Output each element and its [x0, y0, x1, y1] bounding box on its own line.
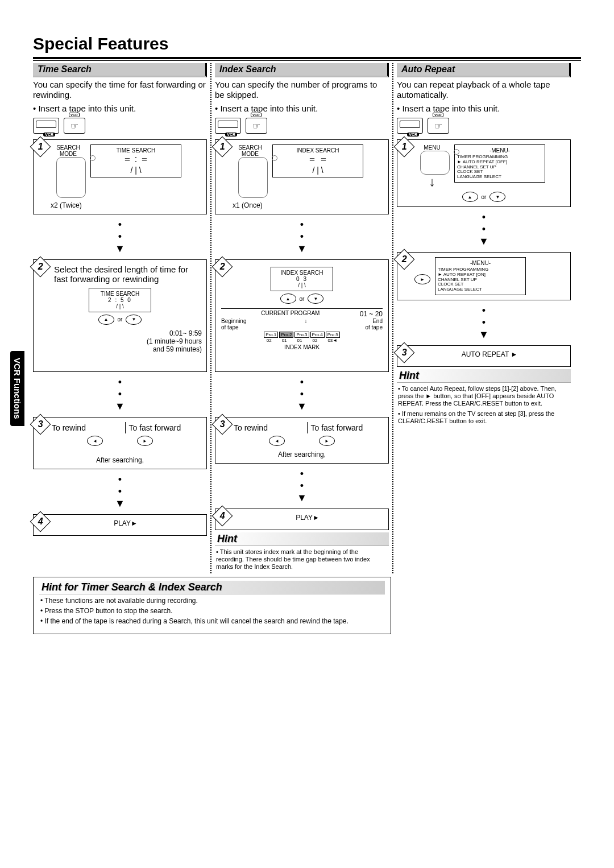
play-label: PLAY►: [231, 514, 384, 522]
step-number: 1: [394, 137, 415, 158]
side-tab-label: VCR Functions: [10, 351, 24, 426]
menu-label: MENU: [414, 144, 450, 151]
ar-step-2: 2 ► -MENU- TIMER PROGRAMMING ► AUTO REPE…: [397, 252, 571, 300]
footer-hint-body: • These functions are not available duri…: [39, 594, 385, 630]
up-icon: ▲: [280, 294, 296, 304]
auto-repeat-intro: You can repeat playback of a whole tape …: [397, 80, 571, 100]
footer-hint-heading: Hint for Timer Search & Index Search: [39, 581, 385, 594]
menu-screen-1: -MENU- TIMER PROGRAMMING ► AUTO REPEAT […: [454, 144, 545, 183]
index-search-heading: Index Search: [215, 63, 389, 77]
arrow-down-icon: [215, 219, 389, 255]
remote-icon: [420, 151, 450, 175]
step-number: 2: [394, 249, 415, 270]
is-step-2: 2 INDEX SEARCH 0 3 / | \ ▲ or ▼ CURRENT …: [215, 259, 389, 372]
step-number: 2: [30, 257, 51, 278]
arrow-down-icon: [33, 474, 207, 510]
cassette-icon: VCR: [397, 118, 423, 134]
tv-screen-time-search: TIME SEARCH ＝ : ＝ / | \: [90, 144, 181, 177]
step-number: 4: [30, 511, 51, 532]
screen-value: 2 : 5 0: [92, 297, 148, 303]
arrow-down-icon: [33, 377, 207, 412]
time-search-heading: Time Search: [33, 63, 207, 77]
ts-step-4: 4 PLAY►: [33, 514, 207, 536]
arrow-down-icon: [397, 305, 571, 341]
hand-icon: ☞VCR: [428, 118, 449, 134]
index-search-intro: You can specify the number of programs t…: [215, 80, 389, 100]
down-icon: ▼: [308, 294, 323, 304]
ts-after: After searching,: [38, 456, 202, 464]
ts-step2-text: Select the desired length of time for fa…: [54, 264, 202, 284]
screen-label: INDEX SEARCH: [273, 270, 330, 276]
down-icon: ▼: [489, 192, 505, 202]
screen-title: INDEX SEARCH: [275, 147, 360, 154]
col-index-search: Index Search You can specify the number …: [211, 63, 393, 573]
step-number: 3: [30, 414, 51, 435]
ts-range: 0:01~ 9:59 (1 minute~9 hours and 59 minu…: [38, 329, 202, 353]
or-label: or: [300, 296, 305, 302]
step-number: 3: [394, 342, 415, 363]
rewind-icon: ◄: [87, 436, 103, 446]
or-buttons: ▲ or ▼: [38, 315, 202, 325]
tv-screen-index-value: INDEX SEARCH 0 3 / | \: [271, 267, 333, 291]
time-search-intro: You can specify the time for fast forwar…: [33, 80, 207, 100]
search-mode-label: SEARCH MODE: [233, 144, 268, 157]
cassette-row: VCR ☞VCR: [33, 118, 207, 134]
auto-repeat-bullet: • Insert a tape into this unit.: [397, 104, 571, 113]
is-step-4: 4 PLAY►: [215, 509, 389, 530]
screen-label: TIME SEARCH: [92, 291, 148, 297]
rewind-icon: ◄: [269, 436, 285, 446]
is-after: After searching,: [220, 450, 384, 458]
or-label: or: [482, 194, 487, 200]
time-search-bullet: • Insert a tape into this unit.: [33, 104, 207, 113]
is-ff: To fast forward: [308, 422, 384, 433]
ts-rewind: To rewind: [48, 422, 126, 433]
begin-tape-label: Beginning of tape: [221, 318, 246, 330]
end-tape-label: End of tape: [365, 318, 383, 330]
index-mark-label: INDEX MARK: [221, 344, 383, 350]
arrow-down-icon: [215, 468, 389, 504]
step-number: 4: [212, 506, 233, 527]
ts-step-2: 2 Select the desired length of time for …: [33, 259, 207, 372]
auto-repeat-heading: Auto Repeat: [397, 63, 571, 77]
hint-body-ar: • To cancel Auto Repeat, follow steps [1…: [397, 383, 571, 429]
or-label: or: [118, 316, 123, 323]
hint-body-index: • This unit stores index mark at the beg…: [215, 546, 389, 573]
cassette-row: VCR ☞VCR: [215, 118, 389, 134]
arrow-down-icon: [33, 219, 207, 255]
step-number: 1: [30, 137, 51, 158]
down-icon: ▼: [126, 315, 142, 325]
program-row: Pro.1 Pro.2 Pro.3 Pro.4 Pro.5: [221, 332, 383, 338]
is-step1-bottom: x1 (Once): [233, 201, 384, 209]
ar-step-3: 3 AUTO REPEAT ►: [397, 345, 571, 367]
columns: VCR Functions Time Search You can specif…: [33, 63, 581, 573]
tv-screen-time-value: TIME SEARCH 2 : 5 0 / | \: [89, 288, 151, 312]
hand-icon: ☞VCR: [246, 118, 267, 134]
up-icon: ▲: [98, 315, 114, 325]
step-number: 3: [212, 414, 233, 435]
arrow-down-icon: [397, 212, 571, 247]
hint-heading-ar: Hint: [397, 369, 571, 383]
ar-step-1: 1 MENU ↓ -MENU- TIMER PROGRAMMING ► AUTO…: [397, 139, 571, 207]
ts-step-1: 1 SEARCH MODE TIME SEARCH ＝ : ＝ / | \ x2…: [33, 139, 207, 214]
menu-list-1: TIMER PROGRAMMING ► AUTO REPEAT [OFF] CH…: [457, 155, 542, 180]
page-title: Special Features: [33, 34, 581, 53]
hint-heading: Hint: [215, 532, 389, 546]
index-search-bullet: • Insert a tape into this unit.: [215, 104, 389, 113]
is-rewind: To rewind: [230, 422, 308, 433]
cassette-icon: VCR: [215, 118, 241, 134]
col-time-search: Time Search You can specify the time for…: [33, 63, 211, 573]
current-program-label: CURRENT PROGRAM: [221, 310, 360, 318]
up-icon: ▲: [462, 192, 478, 202]
play-label: PLAY►: [49, 519, 202, 527]
cassette-row: VCR ☞VCR: [397, 118, 571, 134]
ts-step1-bottom: x2 (Twice): [51, 201, 202, 209]
screen-title: -MENU-: [438, 260, 523, 266]
menu-screen-2: -MENU- TIMER PROGRAMMING ► AUTO REPEAT […: [435, 257, 526, 295]
is-step-3: 3 To rewind To fast forward ◄ ► After se…: [215, 417, 389, 464]
step-number: 1: [212, 137, 233, 158]
remote-icon: [56, 157, 86, 198]
fwd-icon: ►: [137, 436, 153, 446]
screen-title: TIME SEARCH: [93, 147, 179, 154]
ts-step-3: 3 To rewind To fast forward ◄ ► After se…: [33, 417, 207, 469]
vcr-badge: VCR: [43, 133, 55, 137]
